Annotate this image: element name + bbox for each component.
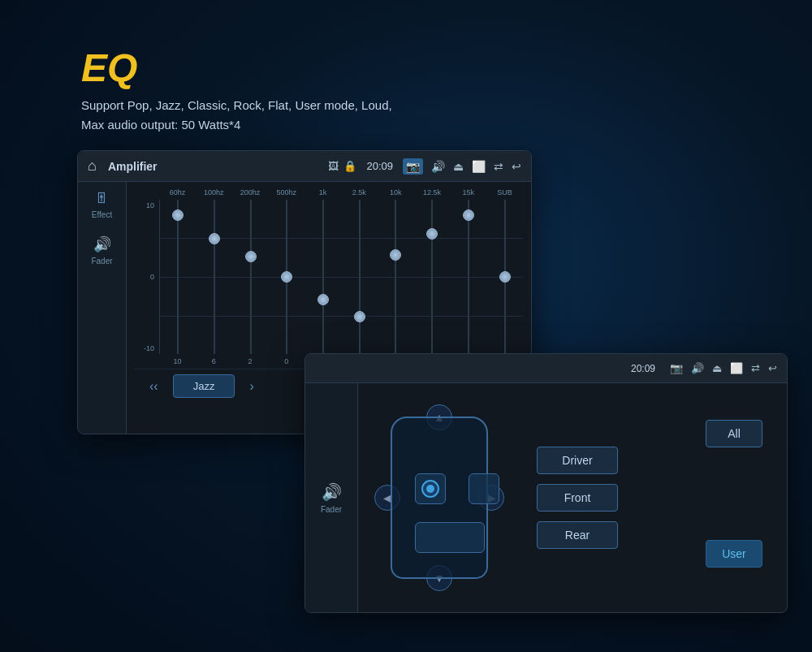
mirror-topbar-icon[interactable]: ⇄ [494, 160, 503, 173]
freq-1k: 1k [310, 188, 336, 196]
eq-slider-2.5k[interactable] [359, 200, 361, 354]
driver-button[interactable]: Driver [537, 447, 618, 474]
eq-slider-track-10k [395, 200, 396, 354]
speaker-active-indicator [421, 480, 439, 498]
seat-front-right [469, 473, 499, 504]
freq-2-5k: 2.5k [346, 188, 372, 196]
eq-slider-track-60hz [177, 200, 179, 354]
eject-topbar-icon[interactable]: ⏏ [453, 160, 464, 173]
eq-topbar-time: 20:09 [366, 160, 393, 172]
eq-slider-15k[interactable] [468, 200, 469, 354]
seat-front-left [415, 473, 446, 504]
lock-icon: 🔒 [343, 160, 356, 172]
eq-slider-100hz[interactable] [214, 200, 215, 354]
freq-12-5k: 12.5k [419, 188, 445, 196]
fader-sidebar-icon: 🔊 [322, 482, 342, 502]
fader-label: Fader [91, 257, 112, 266]
all-button[interactable]: All [706, 420, 762, 447]
eq-slider-knob-2.5k[interactable] [354, 311, 365, 322]
fader-topbar: 20:09 📷 🔊 ⏏ ⬜ ⇄ ↩ [305, 354, 787, 383]
eq-slider-10k[interactable] [395, 200, 396, 354]
image-icon: 🖼 [328, 160, 339, 172]
eq-sliders-container [159, 200, 523, 354]
eq-mode-button[interactable]: Jazz [173, 374, 235, 398]
fader-back-icon[interactable]: ↩ [768, 362, 777, 374]
eq-value-200hz: 2 [237, 357, 263, 365]
back-topbar-icon[interactable]: ↩ [512, 160, 521, 173]
eq-slider-track-1k [322, 200, 324, 354]
freq-500hz: 500hz [274, 188, 300, 196]
home-icon[interactable]: ⌂ [88, 158, 97, 175]
eq-next-button[interactable]: › [243, 376, 260, 397]
eq-prev-button[interactable]: ‹‹ [143, 376, 165, 397]
eq-slider-knob-10k[interactable] [390, 249, 401, 261]
eq-scale: 10 0 -10 [135, 200, 159, 354]
eq-slider-SUB[interactable] [504, 200, 506, 354]
fader-speaker-icon: 🔊 [93, 235, 111, 253]
eq-slider-track-500hz [286, 200, 287, 354]
eq-slider-track-100hz [214, 200, 215, 354]
camera-topbar-icon[interactable]: 📷 [403, 158, 423, 175]
eq-slider-knob-100hz[interactable] [209, 233, 220, 244]
effect-label: Effect [92, 210, 112, 219]
front-button[interactable]: Front [537, 484, 618, 512]
freq-15k: 15k [456, 188, 482, 196]
eq-title: EQ [81, 49, 392, 88]
eq-slider-knob-SUB[interactable] [499, 271, 511, 283]
eq-slider-track-200hz [250, 200, 252, 354]
eq-slider-knob-200hz[interactable] [245, 251, 257, 262]
fader-button[interactable]: 🔊 Fader [91, 235, 112, 266]
eq-slider-track-2.5k [359, 200, 361, 354]
freq-100hz: 100hz [201, 188, 227, 196]
eq-slider-60hz[interactable] [177, 200, 179, 354]
freq-sub: SUB [492, 188, 518, 196]
eq-value-100hz: 6 [201, 357, 227, 365]
fader-screen: 20:09 📷 🔊 ⏏ ⬜ ⇄ ↩ 🔊 Fader ▲ ◀ ▶ ▼ [304, 353, 788, 613]
car-diagram: ▲ ◀ ▶ ▼ [374, 400, 504, 595]
fader-camera-icon[interactable]: 📷 [670, 362, 683, 374]
eq-title-section: EQ Support Pop, Jazz, Classic, Rock, Fla… [81, 49, 392, 135]
eq-value-500hz: 0 [274, 357, 300, 365]
fader-time: 20:09 [631, 363, 655, 374]
eq-topbar: ⌂ Amplifier 🖼 🔒 20:09 📷 🔊 ⏏ ⬜ ⇄ ↩ [78, 151, 531, 182]
eq-slider-track-12.5k [431, 200, 433, 354]
rear-button[interactable]: Rear [537, 521, 618, 549]
eq-sliders [160, 200, 523, 354]
effect-icon: 🎚 [94, 190, 109, 207]
eq-value-60hz: 10 [164, 357, 190, 365]
eq-slider-12.5k[interactable] [431, 200, 433, 354]
eq-slider-track-SUB [504, 200, 506, 354]
eq-subtitle: Support Pop, Jazz, Classic, Rock, Flat, … [81, 96, 392, 135]
freq-60hz: 60hz [164, 188, 190, 196]
speaker-controls: Driver Front Rear All User [520, 383, 787, 612]
freq-200hz: 200hz [237, 188, 263, 196]
car-diagram-area: ▲ ◀ ▶ ▼ [358, 383, 520, 612]
eq-slider-knob-500hz[interactable] [281, 271, 292, 283]
fader-content: 🔊 Fader ▲ ◀ ▶ ▼ [305, 383, 787, 612]
fader-eject-icon[interactable]: ⏏ [712, 362, 722, 374]
fader-screen-icon[interactable]: ⬜ [730, 362, 743, 374]
eq-topbar-title: Amplifier [108, 160, 329, 173]
topbar-icons: 📷 🔊 ⏏ ⬜ ⇄ ↩ [403, 158, 521, 175]
eq-sidebar: 🎚 Effect 🔊 Fader [78, 182, 127, 434]
fader-mirror-icon[interactable]: ⇄ [751, 362, 760, 374]
car-body [391, 417, 488, 579]
eq-grid-area: 10 0 -10 [135, 200, 523, 354]
eq-slider-1k[interactable] [322, 200, 324, 354]
eq-slider-knob-15k[interactable] [463, 209, 474, 221]
eq-slider-track-15k [468, 200, 469, 354]
screen-topbar-icon[interactable]: ⬜ [472, 160, 486, 173]
user-button[interactable]: User [706, 540, 762, 568]
fader-sidebar: 🔊 Fader [305, 383, 358, 612]
eq-slider-knob-12.5k[interactable] [426, 228, 438, 240]
frequency-labels: 60hz 100hz 200hz 500hz 1k 2.5k 10k 12.5k… [135, 188, 523, 196]
seat-rear [415, 522, 485, 553]
eq-slider-500hz[interactable] [286, 200, 287, 354]
fader-volume-icon[interactable]: 🔊 [691, 362, 704, 374]
freq-10k: 10k [382, 188, 408, 196]
effect-button[interactable]: 🎚 Effect [92, 190, 112, 219]
eq-slider-200hz[interactable] [250, 200, 252, 354]
volume-topbar-icon[interactable]: 🔊 [431, 160, 445, 173]
eq-slider-knob-60hz[interactable] [172, 209, 184, 221]
eq-slider-knob-1k[interactable] [317, 294, 329, 305]
